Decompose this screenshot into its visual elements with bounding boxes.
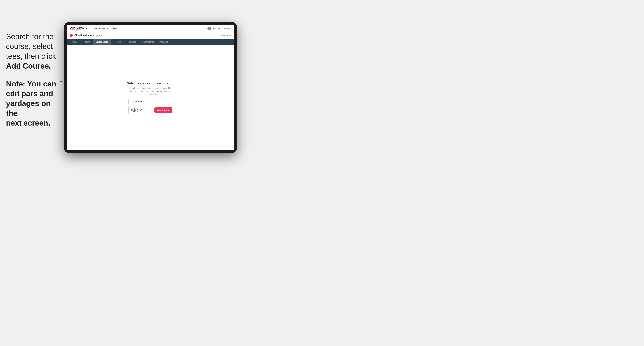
tournament-type: (Men) — [96, 34, 102, 37]
nav-teams[interactable]: TEAMS — [111, 27, 119, 30]
annotation-main: Search for the course, select tees, then… — [6, 32, 62, 71]
tee-select-controls: ✕ ⌄ — [146, 109, 150, 111]
tab-bar: Details Teams Course Setup Tee Groups Re… — [66, 39, 234, 45]
annotation-line3: tees, then click — [6, 52, 56, 60]
top-navigation: SCOREBOARD Powered by clippd TOURNAMENTS… — [66, 25, 234, 32]
annotation-note2: edit pars and — [6, 89, 53, 98]
tab-teams[interactable]: Teams — [82, 39, 93, 45]
annotation-note1: Note: You can — [6, 80, 56, 88]
add-course-button[interactable]: Add Course — [154, 107, 172, 113]
course-select-description: Search for a course and select a tee. Yo… — [128, 87, 172, 96]
sign-out-link[interactable]: Sign out — [224, 27, 231, 30]
tab-details[interactable]: Details — [70, 39, 82, 45]
annotation-note4: next screen. — [6, 119, 50, 127]
tournament-icon: C — [70, 34, 73, 37]
course-select-title: Select a course for each round — [127, 82, 174, 85]
logo-area: SCOREBOARD Powered by clippd — [70, 27, 88, 30]
cancel-button[interactable]: Cancel ✕ — [222, 34, 231, 37]
user-name: Test User — [212, 27, 221, 30]
user-avatar: T — [208, 27, 211, 30]
tee-select-container[interactable]: Gold (M) (M) (7010 yds) ✕ ⌄ — [128, 106, 153, 114]
tab-printables[interactable]: Printables — [156, 39, 171, 45]
tab-course-setup[interactable]: Course Setup — [93, 39, 110, 45]
tee-chevron-icon[interactable]: ⌄ — [149, 109, 150, 111]
logo-title: SCOREBOARD — [70, 27, 88, 29]
nav-links: TOURNAMENTS TEAMS — [92, 27, 208, 30]
annotation-line2: course, select — [6, 42, 52, 50]
separator: | — [222, 27, 223, 30]
tournament-name: Clippd Invitational — [74, 34, 95, 37]
annotation-area: Search for the course, select tees, then… — [6, 32, 62, 128]
tab-tee-groups[interactable]: Tee Groups — [110, 39, 126, 45]
user-area: T Test User | Sign out — [208, 27, 231, 30]
tee-select-value: Gold (M) (M) (7010 yds) — [131, 108, 146, 112]
annotation-note: Note: You can edit pars and yardages on … — [6, 79, 62, 128]
tab-leaderboards[interactable]: Leaderboards — [138, 39, 156, 45]
course-search-input[interactable] — [128, 99, 172, 104]
tournament-header: C Clippd Invitational (Men) Cancel ✕ — [66, 32, 234, 39]
annotation-note3: yardages on the — [6, 99, 50, 117]
tee-select-row: Gold (M) (M) (7010 yds) ✕ ⌄ Add Course — [128, 106, 172, 114]
logo-subtitle: Powered by clippd — [70, 29, 88, 30]
tee-clear-button[interactable]: ✕ — [146, 109, 148, 111]
tablet-screen: SCOREBOARD Powered by clippd TOURNAMENTS… — [66, 25, 234, 150]
annotation-line1: Search for the — [6, 32, 54, 41]
main-content: Select a course for each round Search fo… — [66, 45, 234, 150]
tablet-device: SCOREBOARD Powered by clippd TOURNAMENTS… — [64, 22, 237, 153]
cancel-icon: ✕ — [229, 34, 231, 37]
cancel-label: Cancel — [222, 34, 228, 37]
nav-tournaments[interactable]: TOURNAMENTS — [92, 27, 108, 30]
annotation-line4: Add Course. — [6, 62, 51, 70]
tab-results[interactable]: Results — [126, 39, 138, 45]
